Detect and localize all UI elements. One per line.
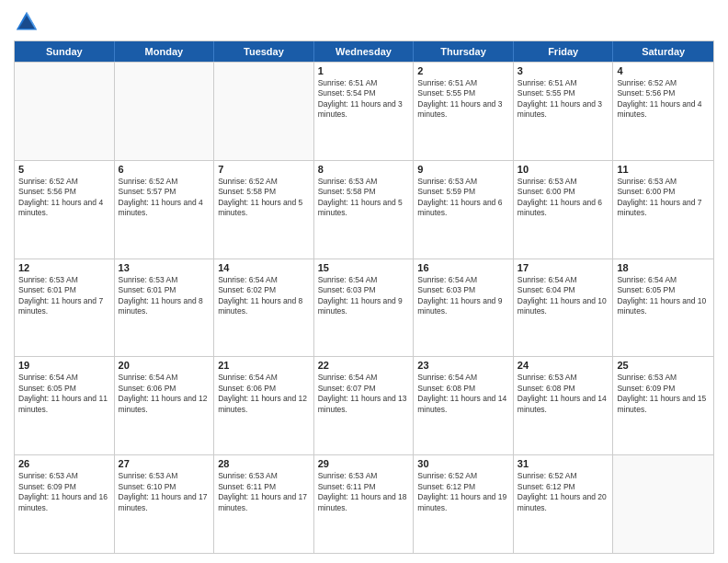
day-number: 9 (417, 164, 509, 175)
day-number: 13 (119, 262, 210, 273)
day-number: 11 (617, 164, 710, 175)
day-cell-6: 6Sunrise: 6:52 AM Sunset: 5:57 PM Daylig… (115, 161, 215, 259)
calendar-week-4: 19Sunrise: 6:54 AM Sunset: 6:05 PM Dayli… (15, 356, 713, 454)
day-info: Sunrise: 6:54 AM Sunset: 6:08 PM Dayligh… (417, 373, 509, 415)
day-cell-13: 13Sunrise: 6:53 AM Sunset: 6:01 PM Dayli… (115, 259, 215, 357)
day-number: 18 (617, 262, 710, 273)
header-day-saturday: Saturday (613, 41, 713, 62)
day-number: 3 (518, 65, 609, 76)
day-info: Sunrise: 6:52 AM Sunset: 5:56 PM Dayligh… (617, 78, 710, 121)
day-cell-7: 7Sunrise: 6:52 AM Sunset: 5:58 PM Daylig… (214, 161, 314, 259)
day-cell-17: 17Sunrise: 6:54 AM Sunset: 6:04 PM Dayli… (514, 259, 614, 357)
day-info: Sunrise: 6:54 AM Sunset: 6:06 PM Dayligh… (119, 373, 210, 415)
day-cell-8: 8Sunrise: 6:53 AM Sunset: 5:58 PM Daylig… (314, 161, 415, 259)
header-day-thursday: Thursday (414, 41, 514, 62)
day-number: 20 (119, 360, 210, 371)
header-day-tuesday: Tuesday (214, 41, 314, 62)
day-info: Sunrise: 6:53 AM Sunset: 6:00 PM Dayligh… (617, 177, 710, 219)
day-info: Sunrise: 6:53 AM Sunset: 6:11 PM Dayligh… (218, 471, 310, 513)
day-info: Sunrise: 6:53 AM Sunset: 6:11 PM Dayligh… (318, 471, 410, 513)
empty-cell (613, 455, 713, 553)
day-cell-23: 23Sunrise: 6:54 AM Sunset: 6:08 PM Dayli… (414, 357, 514, 454)
day-number: 16 (417, 262, 509, 273)
day-number: 22 (318, 360, 410, 371)
day-number: 7 (218, 164, 310, 175)
day-cell-21: 21Sunrise: 6:54 AM Sunset: 6:06 PM Dayli… (214, 357, 314, 454)
day-cell-19: 19Sunrise: 6:54 AM Sunset: 6:05 PM Dayli… (15, 357, 115, 454)
calendar-week-3: 12Sunrise: 6:53 AM Sunset: 6:01 PM Dayli… (15, 259, 713, 357)
day-cell-5: 5Sunrise: 6:52 AM Sunset: 5:56 PM Daylig… (15, 161, 115, 259)
day-number: 19 (18, 360, 110, 371)
day-info: Sunrise: 6:52 AM Sunset: 6:12 PM Dayligh… (417, 471, 509, 513)
day-number: 25 (617, 360, 710, 371)
day-info: Sunrise: 6:54 AM Sunset: 6:05 PM Dayligh… (18, 373, 110, 415)
calendar-body: 1Sunrise: 6:51 AM Sunset: 5:54 PM Daylig… (15, 62, 713, 553)
day-cell-26: 26Sunrise: 6:53 AM Sunset: 6:09 PM Dayli… (15, 455, 115, 553)
calendar-week-1: 1Sunrise: 6:51 AM Sunset: 5:54 PM Daylig… (15, 62, 713, 160)
logo-icon (14, 9, 40, 35)
calendar-header: SundayMondayTuesdayWednesdayThursdayFrid… (15, 41, 713, 62)
day-cell-11: 11Sunrise: 6:53 AM Sunset: 6:00 PM Dayli… (613, 161, 713, 259)
header-day-monday: Monday (115, 41, 215, 62)
day-info: Sunrise: 6:53 AM Sunset: 5:59 PM Dayligh… (417, 177, 509, 219)
day-info: Sunrise: 6:51 AM Sunset: 5:55 PM Dayligh… (417, 78, 509, 121)
day-cell-9: 9Sunrise: 6:53 AM Sunset: 5:59 PM Daylig… (414, 161, 514, 259)
day-number: 31 (518, 458, 609, 469)
day-info: Sunrise: 6:53 AM Sunset: 6:09 PM Dayligh… (18, 471, 110, 513)
day-info: Sunrise: 6:53 AM Sunset: 5:58 PM Dayligh… (318, 177, 410, 219)
day-number: 10 (518, 164, 609, 175)
day-info: Sunrise: 6:54 AM Sunset: 6:02 PM Dayligh… (218, 275, 310, 317)
day-cell-31: 31Sunrise: 6:52 AM Sunset: 6:12 PM Dayli… (514, 455, 614, 553)
day-info: Sunrise: 6:52 AM Sunset: 5:57 PM Dayligh… (119, 177, 210, 219)
empty-cell (115, 63, 215, 160)
day-info: Sunrise: 6:54 AM Sunset: 6:03 PM Dayligh… (417, 275, 509, 317)
day-number: 1 (318, 65, 410, 76)
day-info: Sunrise: 6:52 AM Sunset: 5:56 PM Dayligh… (18, 177, 110, 219)
day-cell-15: 15Sunrise: 6:54 AM Sunset: 6:03 PM Dayli… (314, 259, 415, 357)
day-info: Sunrise: 6:53 AM Sunset: 6:09 PM Dayligh… (617, 373, 710, 415)
header-day-wednesday: Wednesday (314, 41, 415, 62)
day-cell-28: 28Sunrise: 6:53 AM Sunset: 6:11 PM Dayli… (214, 455, 314, 553)
day-cell-29: 29Sunrise: 6:53 AM Sunset: 6:11 PM Dayli… (314, 455, 415, 553)
day-cell-24: 24Sunrise: 6:53 AM Sunset: 6:08 PM Dayli… (514, 357, 614, 454)
day-number: 24 (518, 360, 609, 371)
day-info: Sunrise: 6:53 AM Sunset: 6:00 PM Dayligh… (518, 177, 609, 219)
day-cell-3: 3Sunrise: 6:51 AM Sunset: 5:55 PM Daylig… (514, 63, 614, 160)
day-cell-2: 2Sunrise: 6:51 AM Sunset: 5:55 PM Daylig… (414, 63, 514, 160)
day-cell-27: 27Sunrise: 6:53 AM Sunset: 6:10 PM Dayli… (115, 455, 215, 553)
day-cell-20: 20Sunrise: 6:54 AM Sunset: 6:06 PM Dayli… (115, 357, 215, 454)
day-number: 14 (218, 262, 310, 273)
day-cell-30: 30Sunrise: 6:52 AM Sunset: 6:12 PM Dayli… (414, 455, 514, 553)
header-day-friday: Friday (514, 41, 614, 62)
day-cell-16: 16Sunrise: 6:54 AM Sunset: 6:03 PM Dayli… (414, 259, 514, 357)
day-number: 27 (119, 458, 210, 469)
day-cell-18: 18Sunrise: 6:54 AM Sunset: 6:05 PM Dayli… (613, 259, 713, 357)
day-number: 17 (518, 262, 609, 273)
day-info: Sunrise: 6:52 AM Sunset: 5:58 PM Dayligh… (218, 177, 310, 219)
logo (14, 9, 43, 35)
day-info: Sunrise: 6:54 AM Sunset: 6:05 PM Dayligh… (617, 275, 710, 317)
day-cell-12: 12Sunrise: 6:53 AM Sunset: 6:01 PM Dayli… (15, 259, 115, 357)
day-number: 8 (318, 164, 410, 175)
day-info: Sunrise: 6:51 AM Sunset: 5:55 PM Dayligh… (518, 78, 609, 121)
day-cell-22: 22Sunrise: 6:54 AM Sunset: 6:07 PM Dayli… (314, 357, 415, 454)
day-number: 28 (218, 458, 310, 469)
day-number: 6 (119, 164, 210, 175)
header (14, 9, 714, 35)
day-info: Sunrise: 6:54 AM Sunset: 6:06 PM Dayligh… (218, 373, 310, 415)
day-info: Sunrise: 6:51 AM Sunset: 5:54 PM Dayligh… (318, 78, 410, 121)
day-info: Sunrise: 6:53 AM Sunset: 6:10 PM Dayligh… (119, 471, 210, 513)
calendar: SundayMondayTuesdayWednesdayThursdayFrid… (14, 40, 714, 554)
day-cell-25: 25Sunrise: 6:53 AM Sunset: 6:09 PM Dayli… (613, 357, 713, 454)
day-cell-10: 10Sunrise: 6:53 AM Sunset: 6:00 PM Dayli… (514, 161, 614, 259)
day-info: Sunrise: 6:52 AM Sunset: 6:12 PM Dayligh… (518, 471, 609, 513)
day-number: 4 (617, 65, 710, 76)
day-info: Sunrise: 6:53 AM Sunset: 6:08 PM Dayligh… (518, 373, 609, 415)
calendar-week-2: 5Sunrise: 6:52 AM Sunset: 5:56 PM Daylig… (15, 160, 713, 259)
empty-cell (15, 63, 115, 160)
day-cell-1: 1Sunrise: 6:51 AM Sunset: 5:54 PM Daylig… (314, 63, 415, 160)
day-number: 5 (18, 164, 110, 175)
day-info: Sunrise: 6:53 AM Sunset: 6:01 PM Dayligh… (119, 275, 210, 317)
page: SundayMondayTuesdayWednesdayThursdayFrid… (0, 0, 728, 563)
day-number: 26 (18, 458, 110, 469)
